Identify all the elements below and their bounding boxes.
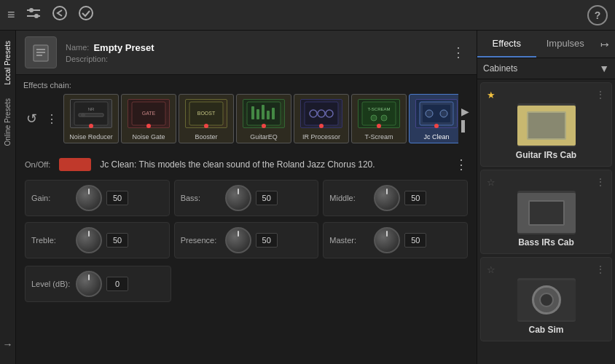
- treble-value[interactable]: 50: [106, 233, 128, 248]
- treble-knob[interactable]: [76, 227, 102, 253]
- svg-rect-6: [34, 45, 48, 61]
- noise-reducer-status-dot: [89, 124, 93, 128]
- tab-impulses[interactable]: Impulses: [536, 31, 595, 58]
- sidebar-tab-online[interactable]: Online Presets: [1, 94, 14, 151]
- chain-item-jc-clean[interactable]: Jc Clean: [409, 94, 458, 143]
- chain-scroll-left-icon[interactable]: ▌: [461, 120, 469, 132]
- chain-item-noise-gate[interactable]: GATE Noise Gate: [121, 94, 176, 143]
- chain-item-booster[interactable]: BOOST Booster: [179, 94, 234, 143]
- cab-sim-menu-icon[interactable]: ⋮: [595, 264, 606, 275]
- list-item-guitar-irs-cab[interactable]: ★ ⋮ Guitar IRs Cab: [480, 82, 612, 167]
- master-value[interactable]: 50: [404, 233, 426, 248]
- svg-text:GATE: GATE: [142, 111, 156, 116]
- on-off-toggle[interactable]: [59, 158, 91, 171]
- bass-knob[interactable]: [225, 185, 251, 211]
- desc-row: Description:: [66, 55, 440, 63]
- chain-item-ir-processor[interactable]: IR Processor: [294, 94, 349, 143]
- gain-value[interactable]: 50: [106, 191, 128, 205]
- svg-rect-23: [272, 108, 275, 119]
- cab-sim-item-top: ☆ ⋮: [487, 264, 606, 275]
- preset-header: Name: Empty Preset Description: ⋮: [16, 31, 477, 75]
- effects-chain-row: ↺ ⋮ NR Noise Reducer GATE: [23, 94, 469, 143]
- svg-point-5: [79, 7, 93, 20]
- treble-label: Treble:: [31, 236, 71, 245]
- list-item-cab-sim[interactable]: ☆ ⋮ Cab Sim: [480, 257, 612, 341]
- guitar-irs-cab-name: Guitar IRs Cab: [487, 150, 606, 160]
- back-icon[interactable]: [52, 5, 68, 25]
- filter-dropdown-icon[interactable]: ▼: [599, 63, 609, 74]
- effect-detail: On/Off: Jc Clean: This models the clean …: [16, 149, 477, 364]
- svg-rect-28: [362, 102, 396, 125]
- middle-knob[interactable]: [374, 185, 400, 211]
- gain-label: Gain:: [31, 194, 71, 202]
- top-bar: ≡ ?: [0, 0, 615, 31]
- knob-group-presence: Presence: 50: [174, 222, 319, 258]
- export-icon[interactable]: →: [3, 339, 13, 350]
- jc-clean-label: Jc Clean: [423, 133, 449, 141]
- knob-group-middle: Middle: 50: [323, 180, 468, 216]
- svg-rect-22: [267, 111, 270, 119]
- chain-side-buttons: ▶ ▌: [461, 106, 469, 132]
- knob-group-treble: Treble: 50: [25, 222, 170, 258]
- main-layout: Local Presets Online Presets → Name: Emp…: [0, 31, 615, 364]
- knob-group-gain: Gain: 50: [25, 180, 170, 216]
- svg-rect-21: [262, 105, 265, 119]
- cab-sim-speaker-visual: [532, 285, 561, 314]
- bass-irs-cab-name: Bass IRs Cab: [487, 237, 606, 248]
- bass-label: Bass:: [181, 194, 221, 202]
- cab-sim-star-icon[interactable]: ☆: [487, 264, 495, 275]
- top-bar-right: ?: [587, 5, 608, 25]
- sidebar-tab-local[interactable]: Local Presets: [1, 36, 14, 90]
- chain-add-icon[interactable]: ↺: [23, 109, 40, 128]
- svg-point-31: [381, 115, 387, 121]
- knob-group-bass: Bass: 50: [174, 180, 319, 216]
- effect-detail-header: On/Off: Jc Clean: This models the clean …: [25, 157, 468, 173]
- cab-sim-name: Cab Sim: [487, 325, 606, 335]
- booster-label: Booster: [195, 133, 217, 141]
- export-panel-icon[interactable]: ↦: [595, 33, 615, 56]
- name-label: Name:: [66, 43, 89, 52]
- tab-effects[interactable]: Effects: [477, 31, 536, 58]
- level-knob[interactable]: [76, 271, 102, 297]
- right-filter[interactable]: Cabinets ▼: [477, 58, 615, 79]
- chain-item-noise-reducer[interactable]: NR Noise Reducer: [63, 94, 119, 143]
- noise-gate-label: Noise Gate: [132, 133, 165, 141]
- middle-label: Middle:: [329, 194, 369, 202]
- level-value[interactable]: 0: [106, 277, 128, 291]
- tune-icon[interactable]: [26, 5, 42, 25]
- bass-irs-cab-image: [517, 191, 576, 234]
- top-bar-left: ≡: [7, 5, 94, 25]
- guitar-irs-star-icon[interactable]: ★: [487, 90, 495, 100]
- preset-icon: [25, 36, 57, 68]
- list-item-bass-irs-cab[interactable]: ☆ ⋮ Bass IRs Cab: [480, 170, 612, 254]
- ir-processor-status-dot: [319, 124, 324, 128]
- chain-settings-icon[interactable]: ⋮: [43, 111, 60, 127]
- effect-detail-menu-button[interactable]: ⋮: [455, 157, 468, 173]
- svg-rect-20: [256, 109, 259, 119]
- bass-irs-menu-icon[interactable]: ⋮: [595, 176, 606, 188]
- level-label: Level (dB):: [31, 280, 71, 288]
- chain-item-t-scream[interactable]: T-SCREAM T-Scream: [351, 94, 407, 143]
- bass-irs-star-icon[interactable]: ☆: [487, 177, 495, 188]
- master-knob[interactable]: [374, 227, 400, 253]
- presence-value[interactable]: 50: [256, 233, 278, 248]
- svg-point-1: [29, 8, 34, 12]
- middle-value[interactable]: 50: [404, 191, 426, 205]
- help-button[interactable]: ?: [587, 5, 608, 25]
- chain-item-guitareq[interactable]: GuitarEQ: [236, 94, 291, 143]
- presence-knob[interactable]: [225, 227, 251, 253]
- menu-icon[interactable]: ≡: [7, 7, 15, 23]
- left-sidebar: Local Presets Online Presets →: [0, 31, 16, 364]
- master-label: Master:: [329, 236, 369, 245]
- preset-menu-button[interactable]: ⋮: [449, 41, 468, 63]
- svg-point-13: [81, 113, 85, 117]
- center-panel: Name: Empty Preset Description: ⋮ Effect…: [16, 31, 477, 364]
- chain-scroll-right-icon[interactable]: ▶: [461, 106, 469, 117]
- gain-knob[interactable]: [76, 185, 102, 211]
- bass-value[interactable]: 50: [256, 191, 278, 205]
- preset-info: Name: Empty Preset Description:: [66, 42, 440, 63]
- guitar-irs-menu-icon[interactable]: ⋮: [595, 89, 606, 100]
- preset-name: Empty Preset: [93, 42, 154, 53]
- filter-label: Cabinets: [483, 63, 599, 74]
- check-icon[interactable]: [78, 5, 94, 25]
